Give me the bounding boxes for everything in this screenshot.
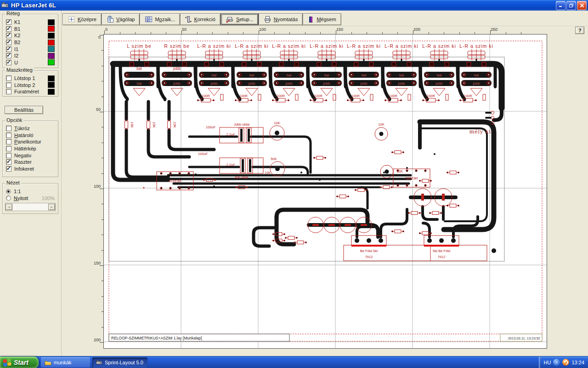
svg-text:L-R a szim ki: L-R a szim ki — [459, 43, 493, 49]
print-toolbar: Középre Vágólap 123456 Mozaik... Korrekc… — [62, 13, 341, 25]
svg-text:100R: 100R — [351, 94, 360, 98]
clipboard-button[interactable]: Vágólap — [102, 13, 140, 25]
svg-text:L-R a szim ki: L-R a szim ki — [310, 43, 344, 49]
horizontal-ruler: 0 50 100 150 200 250 ? — [92, 26, 588, 34]
title-bar: HP LaserJet 6L — [0, 0, 588, 11]
close-button[interactable] — [577, 1, 587, 10]
layer-row-i1: I1 — [3, 46, 58, 52]
setup-button[interactable]: Setup... — [220, 13, 259, 25]
option-checkbox-raszter[interactable] — [6, 159, 11, 165]
mounting-hole — [492, 248, 496, 253]
layer-checkbox-b2[interactable] — [6, 40, 11, 45]
svg-text:100R: 100R — [314, 94, 323, 98]
svg-text:jobb: jobb — [173, 81, 181, 86]
mask-layers-group: Maszkréteg Lötstop 1 Lötstop 2 Furatmére… — [2, 70, 58, 97]
option-checkbox-infokeret[interactable] — [6, 166, 11, 172]
mask-row-lotstop2: Lötstop 2 — [3, 82, 58, 89]
start-button[interactable]: Start — [0, 356, 39, 368]
language-indicator[interactable]: HU — [544, 360, 551, 365]
svg-text:100R: 100R — [202, 94, 210, 98]
cancel-button[interactable]: Mégsem — [303, 13, 341, 25]
pcb-traces — [113, 64, 502, 246]
minimize-button[interactable] — [556, 1, 565, 10]
layer-checkbox-k2[interactable] — [6, 33, 11, 38]
svg-text:2,2uF: 2,2uF — [226, 132, 235, 137]
help-button[interactable]: ? — [575, 27, 584, 34]
layer-checkbox-k1[interactable] — [6, 19, 11, 25]
option-row-infokeret: Infokeret — [3, 166, 58, 172]
mask-color-furatmeret[interactable] — [48, 89, 55, 95]
center-button[interactable]: Középre — [62, 13, 102, 25]
layer-color-k2[interactable] — [48, 33, 55, 39]
svg-text:7912: 7912 — [365, 255, 373, 259]
layers-group: Réteg K1 B1 K2 B2 I1 I2 U — [2, 14, 58, 68]
mask-group-label: Maszkréteg — [5, 67, 34, 73]
option-checkbox-tukroz[interactable] — [6, 126, 11, 131]
mask-checkbox-lotstop2[interactable] — [6, 82, 11, 88]
svg-text:bal: bal — [474, 73, 479, 77]
option-checkbox-panelkontur[interactable] — [6, 139, 11, 144]
svg-text:50K: 50K — [271, 157, 277, 161]
layer-color-i1[interactable] — [48, 46, 55, 52]
correction-button[interactable]: Korrekció — [180, 13, 220, 25]
mask-checkbox-lotstop1[interactable] — [6, 75, 11, 81]
layer-checkbox-u[interactable] — [6, 60, 11, 65]
svg-text:NE5532: NE5532 — [169, 179, 181, 183]
svg-text:jobb: jobb — [435, 81, 443, 86]
layer-row-k1: K1 — [3, 19, 58, 26]
svg-text:jobb: jobb — [397, 81, 405, 86]
option-row-tukroz: Tükröz — [3, 125, 58, 132]
mask-color-lotstop1[interactable] — [48, 75, 55, 81]
option-checkbox-negativ[interactable] — [6, 153, 11, 158]
slider-left-arrow[interactable]: ◄ — [6, 204, 12, 210]
restore-button[interactable] — [566, 1, 576, 10]
zoom-slider[interactable]: ◄ ► — [5, 203, 56, 211]
layer-color-u[interactable] — [48, 59, 55, 65]
option-checkbox-hatterkep[interactable] — [6, 146, 11, 151]
svg-text:bal: bal — [212, 73, 217, 77]
svg-text:R szim be: R szim be — [164, 43, 190, 49]
clipboard-icon — [107, 16, 114, 23]
layer-row-i2: I2 — [3, 52, 58, 59]
view-radio-1to1[interactable] — [6, 189, 11, 194]
layer-color-k1[interactable] — [48, 19, 55, 25]
tray-app-icon[interactable] — [562, 359, 569, 366]
layer-checkbox-i1[interactable] — [6, 46, 11, 52]
option-row-negativ: Negativ — [3, 152, 58, 159]
settings-button[interactable]: Beállítás — [5, 106, 43, 114]
mosaic-button[interactable]: 123456 Mozaik... — [140, 13, 180, 25]
print-button[interactable]: Nyomtatás — [259, 13, 303, 25]
setup-icon — [226, 16, 234, 23]
svg-text:10K: 10K — [274, 121, 280, 125]
view-row-1to1: 1:1 — [3, 188, 58, 195]
view-row-nyitott: Nyitott100% — [3, 195, 58, 202]
layer-checkbox-b1[interactable] — [6, 26, 11, 32]
zoom-percent: 100% — [42, 196, 55, 201]
taskbar-item-munkak[interactable]: munkák — [41, 357, 90, 368]
view-group-label: Nézet — [5, 180, 21, 185]
svg-text:bal: bal — [137, 81, 142, 86]
svg-text:10K: 10K — [173, 121, 177, 127]
svg-text:bal: bal — [324, 73, 329, 77]
taskbar-item-sprint-layout[interactable]: Sprint-Layout 5.0 — [92, 357, 147, 368]
options-group: Opciók Tükröz Határoló Panelkontur Hátté… — [2, 121, 58, 177]
hide-icons-button[interactable]: ‹ — [553, 359, 560, 366]
option-checkbox-hatarolo[interactable] — [6, 132, 11, 138]
app-icon[interactable] — [1, 2, 9, 9]
svg-text:jobb: jobb — [360, 81, 368, 86]
svg-text:L-R a szim ki: L-R a szim ki — [197, 43, 231, 49]
view-radio-nyitott[interactable] — [6, 196, 11, 201]
preview-timestamp: 2013.03.11. 13:23:52 — [508, 336, 540, 340]
layer-checkbox-i2[interactable] — [6, 53, 11, 58]
mely-ki-label: mély ki — [469, 129, 491, 135]
svg-text:jobb: jobb — [285, 81, 293, 86]
mask-row-lotstop1: Lötstop 1 — [3, 75, 58, 82]
mask-color-lotstop2[interactable] — [48, 82, 55, 88]
layer-color-b1[interactable] — [48, 26, 55, 32]
vertical-ruler: 0 50 100 150 200 — [92, 34, 104, 348]
layer-color-i2[interactable] — [48, 53, 55, 59]
slider-right-arrow[interactable]: ► — [48, 204, 55, 210]
svg-text:Be Föld Ski: Be Föld Ski — [360, 249, 378, 253]
mask-checkbox-furatmeret[interactable] — [6, 89, 11, 94]
layer-color-b2[interactable] — [48, 40, 55, 46]
